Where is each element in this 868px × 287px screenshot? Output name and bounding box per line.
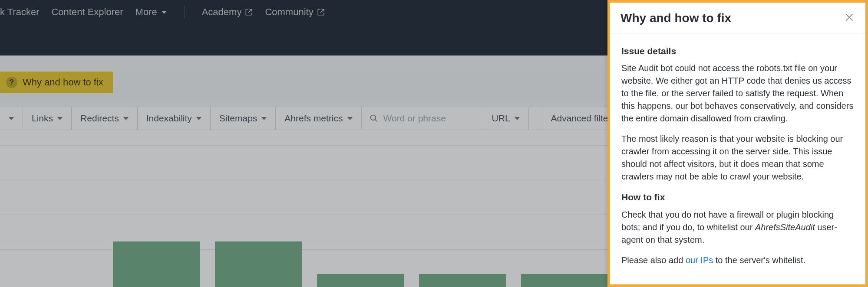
panel-title: Why and how to fix [620,11,731,25]
filter-label: Redirects [80,113,119,124]
chevron-down-icon [9,117,14,120]
question-icon [6,77,17,88]
nav-item-academy[interactable]: Academy [202,7,253,18]
chevron-down-icon [57,117,63,120]
search-box[interactable] [362,107,483,130]
svg-line-1 [375,120,377,122]
how-to-fix-heading: How to fix [621,191,854,204]
external-link-icon [317,8,325,16]
why-and-how-to-fix-button[interactable]: Why and how to fix [0,72,113,93]
how-to-fix-p1: Check that you do not have a firewall or… [621,209,854,246]
filter-label: Sitemaps [219,113,257,124]
user-agent-name: AhrefsSiteAudit [755,222,815,232]
nav-item-label: Community [265,7,313,18]
nav-separator [184,6,185,18]
filter-redirects[interactable]: Redirects [72,107,138,130]
svg-point-0 [370,115,376,121]
chart-bars [0,130,608,287]
filter-url[interactable]: URL [483,107,529,130]
panel-header: Why and how to fix [610,3,865,33]
issue-details-p1: Site Audit bot could not access the robo… [621,62,854,125]
nav-item-label: More [135,7,157,18]
nav-item-label: k Tracker [0,7,39,18]
chevron-down-icon [162,11,167,14]
chevron-down-icon [196,117,201,120]
filter-sitemaps[interactable]: Sitemaps [211,107,276,130]
filter-label: Indexability [146,113,192,124]
chart-bar [113,241,200,287]
issue-details-heading: Issue details [621,45,854,58]
text: Please also add [621,255,686,265]
chevron-down-icon [261,117,267,120]
filter-links[interactable]: Links [23,107,72,130]
filter-label: Advanced filter [551,113,611,124]
filter-label: URL [492,113,510,124]
filter-indexability[interactable]: Indexability [138,107,211,130]
help-panel: Why and how to fix Issue details Site Au… [607,0,868,287]
search-input[interactable] [383,113,470,124]
chart-area [0,130,608,287]
filter-ahrefs-metrics[interactable]: Ahrefs metrics [276,107,361,130]
text: to the server's whitelist. [713,255,805,265]
nav-item-more[interactable]: More [135,7,167,18]
panel-body: Issue details Site Audit bot could not a… [610,33,865,279]
nav-item-label: Content Explorer [51,7,123,18]
external-link-icon [245,8,253,16]
fix-button-label: Why and how to fix [23,77,103,88]
filter-label: Links [32,113,53,124]
chart-bar [521,274,608,287]
close-button[interactable] [844,12,855,25]
nav-item-content-explorer[interactable]: Content Explorer [51,7,123,18]
our-ips-link[interactable]: our IPs [686,255,713,265]
nav-item-community[interactable]: Community [265,7,324,18]
nav-item-label: Academy [202,7,242,18]
chevron-down-icon [515,117,520,120]
chevron-down-icon [123,117,129,120]
filter-label: Ahrefs metrics [284,113,343,124]
chart-bar [419,274,506,287]
filter-dropdown-leading[interactable] [0,107,23,130]
issue-details-p2: The most likely reason is that your webs… [621,133,854,183]
search-icon [370,114,378,123]
nav-item-tracker[interactable]: k Tracker [0,7,39,18]
how-to-fix-p2: Please also add our IPs to the server's … [621,254,854,267]
chart-bar [317,274,404,287]
chevron-down-icon [347,117,353,120]
chart-bar [215,241,302,287]
